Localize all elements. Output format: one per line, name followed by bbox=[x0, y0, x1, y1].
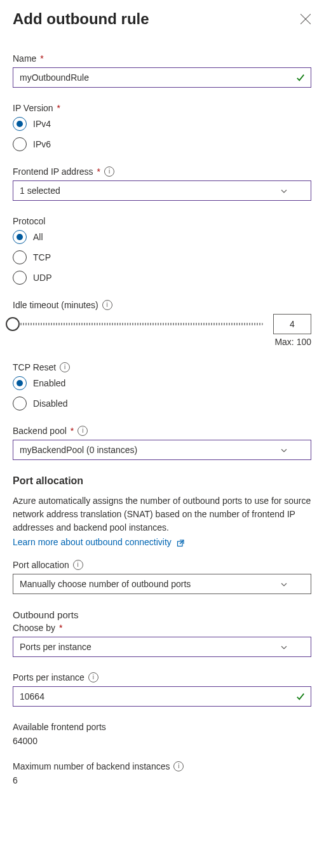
frontend-ip-select[interactable]: 1 selected bbox=[13, 180, 311, 201]
idle-timeout-max: Max: 100 bbox=[13, 337, 311, 347]
info-icon[interactable]: i bbox=[104, 166, 114, 177]
svg-line-3 bbox=[180, 540, 184, 544]
port-allocation-select[interactable]: Manually choose number of outbound ports bbox=[13, 574, 311, 594]
tcp-reset-label: TCP Reset bbox=[13, 362, 56, 372]
check-icon bbox=[296, 692, 305, 701]
radio-ipv6[interactable]: IPv6 bbox=[13, 137, 311, 151]
external-link-icon bbox=[177, 539, 184, 546]
frontend-ip-label: Frontend IP address bbox=[13, 166, 93, 177]
port-allocation-heading: Port allocation bbox=[13, 475, 311, 487]
outbound-ports-heading: Outbound ports bbox=[13, 609, 311, 620]
chevron-down-icon bbox=[280, 187, 288, 194]
select-value: Manually choose number of outbound ports bbox=[20, 579, 191, 589]
radio-protocol-tcp[interactable]: TCP bbox=[13, 250, 311, 264]
radio-icon bbox=[13, 137, 27, 151]
select-value: myBackendPool (0 instances) bbox=[20, 445, 137, 455]
backend-pool-select[interactable]: myBackendPool (0 instances) bbox=[13, 440, 311, 460]
info-icon[interactable]: i bbox=[60, 362, 70, 372]
radio-protocol-udp[interactable]: UDP bbox=[13, 271, 311, 285]
idle-timeout-label: Idle timeout (minutes) bbox=[13, 300, 98, 310]
max-backend-label: Maximum number of backend instances bbox=[13, 761, 170, 771]
info-icon[interactable]: i bbox=[88, 672, 98, 682]
name-input[interactable] bbox=[13, 67, 311, 88]
required-asterisk: * bbox=[57, 103, 60, 113]
select-value: 1 selected bbox=[20, 186, 60, 196]
chevron-down-icon bbox=[280, 446, 288, 454]
radio-icon bbox=[13, 271, 27, 285]
radio-label: Disabled bbox=[33, 398, 67, 409]
port-allocation-description: Azure automatically assigns the number o… bbox=[13, 494, 311, 534]
radio-label: IPv4 bbox=[33, 119, 51, 129]
info-icon[interactable]: i bbox=[173, 761, 184, 771]
chevron-down-icon bbox=[280, 643, 288, 651]
required-asterisk: * bbox=[97, 166, 100, 177]
info-icon[interactable]: i bbox=[73, 560, 83, 570]
required-asterisk: * bbox=[71, 426, 74, 436]
radio-label: UDP bbox=[33, 273, 52, 283]
port-allocation-label: Port allocation bbox=[13, 560, 69, 570]
ip-version-label: IP Version bbox=[13, 103, 53, 113]
required-asterisk: * bbox=[40, 53, 43, 64]
required-asterisk: * bbox=[59, 623, 62, 633]
check-icon bbox=[296, 73, 305, 82]
radio-icon bbox=[13, 117, 27, 131]
radio-icon bbox=[13, 230, 27, 244]
radio-label: TCP bbox=[33, 252, 51, 262]
info-icon[interactable]: i bbox=[78, 426, 88, 436]
ports-per-instance-label: Ports per instance bbox=[13, 672, 84, 682]
choose-by-select[interactable]: Ports per instance bbox=[13, 637, 311, 657]
idle-timeout-value[interactable]: 4 bbox=[273, 314, 311, 334]
max-backend-value: 6 bbox=[13, 775, 311, 785]
protocol-label: Protocol bbox=[13, 216, 45, 226]
radio-protocol-all[interactable]: All bbox=[13, 230, 311, 244]
radio-tcpreset-enabled[interactable]: Enabled bbox=[13, 376, 311, 390]
available-ports-label: Available frontend ports bbox=[13, 722, 106, 732]
ports-per-instance-input[interactable] bbox=[13, 686, 311, 707]
backend-pool-label: Backend pool bbox=[13, 426, 67, 436]
panel-title: Add outbound rule bbox=[13, 10, 149, 28]
select-value: Ports per instance bbox=[20, 642, 91, 652]
name-label: Name bbox=[13, 53, 36, 64]
available-ports-value: 64000 bbox=[13, 736, 311, 746]
learn-more-link[interactable]: Learn more about outbound connectivity bbox=[13, 537, 172, 547]
close-icon[interactable] bbox=[300, 13, 311, 25]
info-icon[interactable]: i bbox=[102, 300, 112, 310]
radio-label: IPv6 bbox=[33, 139, 51, 149]
slider-thumb[interactable] bbox=[6, 317, 20, 331]
radio-icon bbox=[13, 250, 27, 264]
radio-ipv4[interactable]: IPv4 bbox=[13, 117, 311, 131]
radio-icon bbox=[13, 376, 27, 390]
choose-by-label: Choose by bbox=[13, 623, 55, 633]
chevron-down-icon bbox=[280, 580, 288, 588]
radio-label: Enabled bbox=[33, 378, 65, 388]
idle-timeout-slider[interactable] bbox=[13, 323, 263, 325]
radio-label: All bbox=[33, 232, 43, 242]
radio-icon bbox=[13, 397, 27, 410]
radio-tcpreset-disabled[interactable]: Disabled bbox=[13, 397, 311, 410]
